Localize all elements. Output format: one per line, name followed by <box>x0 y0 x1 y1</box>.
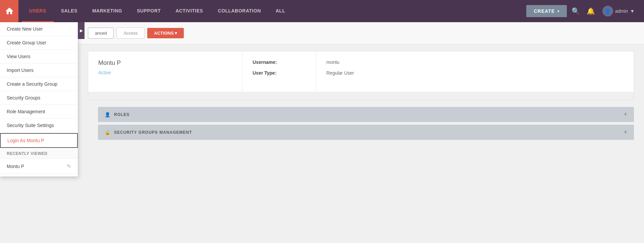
user-info-left: Montu P Active <box>88 51 243 92</box>
topnav: USERS SALES MARKETING SUPPORT ACTIVITIES… <box>0 0 644 22</box>
nav-item-marketing[interactable]: MARKETING <box>85 0 129 22</box>
sidebar-item-view-users[interactable]: View Users <box>0 50 78 64</box>
lock-icon: 🔒 <box>105 130 111 135</box>
user-caret-icon: ▼ <box>630 8 635 14</box>
sidebar-item-security-suite-settings[interactable]: Security Suite Settings <box>0 119 78 132</box>
roles-icon: 👤 <box>105 112 111 117</box>
tab-access[interactable]: Access <box>116 28 145 39</box>
main-content: anced Access ACTIONS ▾ Montu P Active Us… <box>0 22 644 243</box>
nav-item-support[interactable]: SUPPORT <box>129 0 168 22</box>
user-card: Montu P Active Username: User Type: mont… <box>88 51 634 100</box>
sidebar-item-import-users[interactable]: Import Users <box>0 64 78 77</box>
sidebar-item-create-security-group[interactable]: Create a Security Group <box>0 77 78 91</box>
nav-item-sales[interactable]: SALES <box>54 0 85 22</box>
recently-viewed-header: Recently Viewed <box>0 149 78 159</box>
sidebar-item-security-groups[interactable]: Security Groups <box>0 91 78 105</box>
sidebar-item-create-new-user[interactable]: Create New User <box>0 22 78 36</box>
sidebar-item-login-as[interactable]: Login As Montu P <box>0 133 78 148</box>
username-label: Username: <box>253 59 306 65</box>
home-button[interactable] <box>0 0 18 22</box>
user-status: Active <box>98 70 232 75</box>
sidebar-item-role-management[interactable]: Role Management <box>0 105 78 119</box>
sidebar-item-recent-montu[interactable]: Montu P ✎ <box>0 159 78 174</box>
sections: 👤 ROLES + 🔒 SECURITY GROUPS MANAGEMENT + <box>88 107 644 140</box>
avatar-icon: 👤 <box>604 8 611 14</box>
notifications-button[interactable]: 🔔 <box>585 5 597 17</box>
search-button[interactable]: 🔍 <box>570 5 582 17</box>
create-caret-icon: ▾ <box>557 9 559 13</box>
user-card-inner: Montu P Active Username: User Type: mont… <box>88 51 634 92</box>
roles-section-bar[interactable]: 👤 ROLES + <box>98 107 634 122</box>
toolbar: anced Access ACTIONS ▾ <box>78 22 644 44</box>
user-menu-button[interactable]: 👤 admin ▼ <box>600 4 637 18</box>
user-name: Montu P <box>98 59 232 67</box>
avatar: 👤 <box>602 6 613 16</box>
sidebar-collapse-button[interactable]: ▶ <box>78 22 85 39</box>
username-value: montu <box>326 59 624 65</box>
user-card-footer <box>88 92 634 100</box>
actions-button[interactable]: ACTIONS ▾ <box>147 28 184 38</box>
admin-label: admin <box>615 8 628 14</box>
create-button[interactable]: CREATE ▾ <box>526 5 567 17</box>
usertype-value: Regular User <box>326 70 624 76</box>
security-groups-plus-icon[interactable]: + <box>624 129 627 136</box>
search-icon: 🔍 <box>572 7 580 15</box>
usertype-label: User Type: <box>253 70 306 76</box>
tab-advanced[interactable]: anced <box>88 28 114 39</box>
sidebar-menu: Create New User Create Group User View U… <box>0 22 78 176</box>
nav-item-users[interactable]: USERS <box>22 0 54 22</box>
nav-item-activities[interactable]: ACTIVITIES <box>168 0 210 22</box>
user-info-right: montu Regular User <box>316 51 634 92</box>
sidebar-item-create-group-user[interactable]: Create Group User <box>0 36 78 50</box>
nav-items: USERS SALES MARKETING SUPPORT ACTIVITIES… <box>18 0 526 22</box>
nav-item-collaboration[interactable]: COLLABORATION <box>210 0 268 22</box>
roles-section-title: 👤 ROLES <box>105 112 129 117</box>
roles-plus-icon[interactable]: + <box>624 111 627 118</box>
security-groups-section-title: 🔒 SECURITY GROUPS MANAGEMENT <box>105 130 192 135</box>
security-groups-section-bar[interactable]: 🔒 SECURITY GROUPS MANAGEMENT + <box>98 125 634 140</box>
edit-icon[interactable]: ✎ <box>67 163 71 169</box>
nav-item-all[interactable]: ALL <box>268 0 293 22</box>
nav-right: CREATE ▾ 🔍 🔔 👤 admin ▼ <box>526 4 644 18</box>
user-info-middle: Username: User Type: <box>243 51 316 92</box>
bell-icon: 🔔 <box>587 7 595 15</box>
